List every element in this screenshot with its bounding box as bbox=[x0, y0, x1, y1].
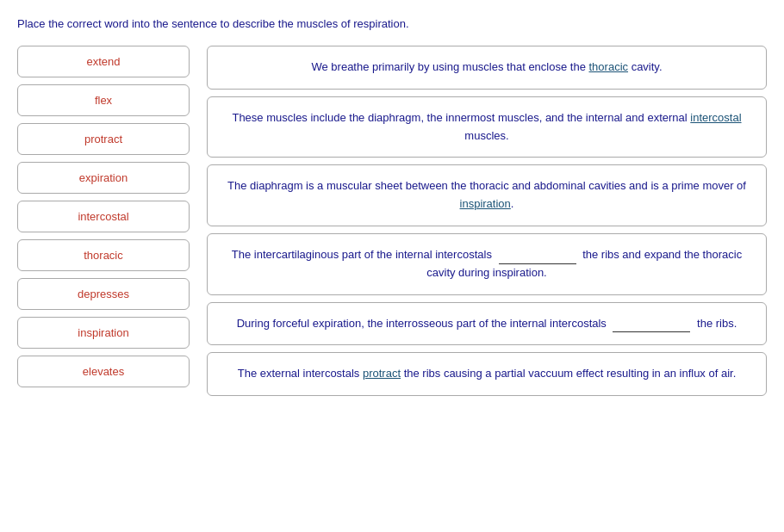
word-tile-protract[interactable]: protract bbox=[17, 123, 190, 155]
word-tile-extend[interactable]: extend bbox=[17, 46, 190, 77]
linked-word-s1[interactable]: thoracic bbox=[589, 60, 629, 73]
sentence-box-s4: The intercartilaginous part of the inter… bbox=[207, 233, 767, 295]
instruction-text: Place the correct word into the sentence… bbox=[17, 17, 767, 30]
sentence-box-s1: We breathe primarily by using muscles th… bbox=[207, 46, 767, 90]
word-tile-intercostal[interactable]: intercostal bbox=[17, 201, 190, 232]
linked-word-s6[interactable]: protract bbox=[363, 367, 401, 380]
linked-word-s3[interactable]: inspiration bbox=[460, 197, 511, 210]
sentence-box-s2: These muscles include the diaphragm, the… bbox=[207, 96, 767, 158]
word-tile-expiration[interactable]: expiration bbox=[17, 162, 190, 194]
answer-blank[interactable] bbox=[499, 252, 576, 264]
word-tile-depresses[interactable]: depresses bbox=[17, 278, 190, 310]
main-layout: extendflexprotractexpirationintercostalt… bbox=[17, 46, 767, 396]
sentences-column: We breathe primarily by using muscles th… bbox=[207, 46, 767, 396]
word-tile-thoracic[interactable]: thoracic bbox=[17, 239, 190, 271]
answer-blank[interactable] bbox=[613, 320, 690, 332]
word-bank: extendflexprotractexpirationintercostalt… bbox=[17, 46, 190, 387]
word-tile-inspiration[interactable]: inspiration bbox=[17, 317, 190, 349]
word-tile-flex[interactable]: flex bbox=[17, 84, 190, 116]
linked-word-s2[interactable]: intercostal bbox=[690, 111, 741, 124]
word-tile-elevates[interactable]: elevates bbox=[17, 356, 190, 387]
sentence-box-s5: During forceful expiration, the interros… bbox=[207, 302, 767, 346]
sentence-box-s3: The diaphragm is a muscular sheet betwee… bbox=[207, 164, 767, 226]
sentence-box-s6: The external intercostals protract the r… bbox=[207, 352, 767, 396]
